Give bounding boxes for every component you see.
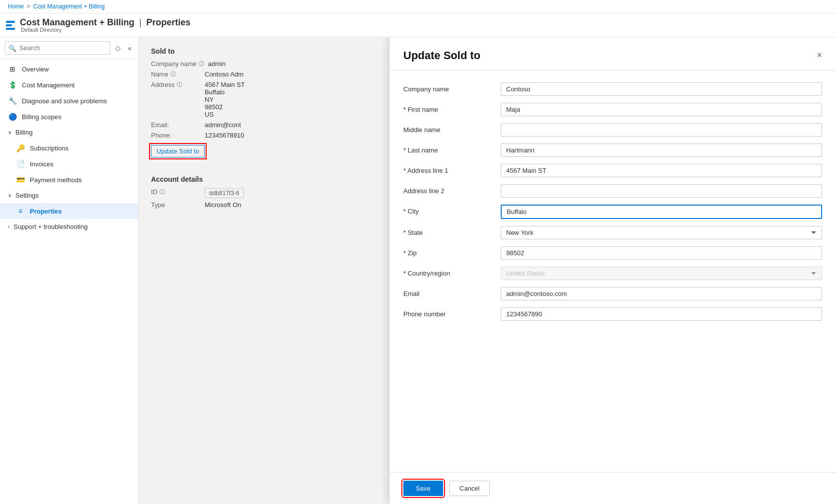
form-label-state: * State: [403, 226, 493, 236]
panel-body: Company name * First name Middle name * …: [389, 71, 836, 472]
billing-chevron-icon: ∨: [8, 130, 11, 135]
email-input[interactable]: [501, 287, 822, 300]
app-header-title: Cost Management + Billing | Properties: [20, 17, 191, 28]
sidebar-item-payment-methods[interactable]: 💳 Payment methods: [0, 172, 139, 188]
form-label-first-name: * First name: [403, 103, 493, 113]
form-row-state: * State New York California Texas Florid…: [403, 226, 822, 239]
company-name-info-icon[interactable]: ⓘ: [199, 60, 204, 68]
name-value: Contoso Adm: [205, 71, 243, 78]
sidebar-item-billing-scopes[interactable]: 🔵 Billing scopes: [0, 109, 139, 125]
search-icon: 🔍: [8, 44, 16, 52]
form-label-last-name: * Last name: [403, 144, 493, 154]
middle-name-input[interactable]: [501, 123, 822, 137]
app-header: Cost Management + Billing | Properties D…: [0, 13, 836, 37]
sidebar-item-properties-label: Properties: [30, 208, 62, 215]
sidebar-section-support-label: Support + troubleshooting: [13, 223, 87, 230]
sidebar-nav: ⊞ Overview 💲 Cost Management 🔧 Diagnose …: [0, 59, 139, 236]
sidebar-section-support[interactable]: › Support + troubleshooting: [0, 219, 139, 234]
app-logo-icon: [6, 21, 15, 30]
sidebar-search-container: 🔍 ◇ «: [0, 37, 139, 59]
phone-label: Phone:: [151, 132, 201, 139]
form-row-first-name: * First name: [403, 103, 822, 116]
form-label-address2: Address line 2: [403, 184, 493, 195]
sidebar-item-overview[interactable]: ⊞ Overview: [0, 61, 139, 77]
sidebar-item-diagnose-label: Diagnose and solve problems: [22, 97, 107, 105]
form-row-country: * Country/region United States Canada Un…: [403, 267, 822, 280]
form-row-address1: * Address line 1: [403, 164, 822, 177]
form-label-company-name: Company name: [403, 82, 493, 93]
phone-value: 12345678910: [205, 132, 244, 139]
properties-icon: ≡: [16, 207, 25, 215]
form-row-middle-name: Middle name: [403, 123, 822, 137]
breadcrumb: Home > Cost Management + Billing: [0, 0, 836, 13]
search-input[interactable]: [5, 41, 110, 55]
cancel-button[interactable]: Cancel: [449, 481, 490, 496]
settings-chevron-icon: ∨: [8, 193, 11, 198]
account-type-value: Microsoft On: [205, 201, 241, 209]
first-name-input[interactable]: [501, 103, 822, 116]
sidebar-item-cost-management-label: Cost Management: [22, 81, 75, 89]
sidebar-section-settings[interactable]: ∨ Settings: [0, 188, 139, 203]
address-info-icon[interactable]: ⓘ: [177, 81, 182, 88]
form-row-city: * City: [403, 205, 822, 219]
sidebar-item-subscriptions-label: Subscriptions: [30, 144, 69, 152]
sidebar-item-cost-management[interactable]: 💲 Cost Management: [0, 77, 139, 93]
phone-input[interactable]: [501, 307, 822, 321]
sidebar-item-diagnose[interactable]: 🔧 Diagnose and solve problems: [0, 93, 139, 109]
billing-scopes-icon: 🔵: [8, 113, 17, 121]
form-label-zip: * Zip: [403, 246, 493, 257]
name-info-icon[interactable]: ⓘ: [170, 71, 176, 78]
breadcrumb-current[interactable]: Cost Management + Billing: [33, 3, 105, 10]
company-name-input[interactable]: [501, 82, 822, 96]
sidebar-collapse-icon[interactable]: «: [126, 43, 134, 53]
account-type-label: Type: [151, 201, 201, 209]
company-name-value: admin: [208, 60, 226, 68]
invoices-icon: 📄: [16, 160, 25, 168]
sidebar-expand-icon[interactable]: ◇: [113, 43, 123, 53]
content-area: Sold to Company name ⓘ admin Name ⓘ Cont…: [139, 37, 836, 504]
sidebar-section-billing-label: Billing: [15, 129, 33, 136]
account-id-label: ID ⓘ: [151, 188, 201, 198]
form-label-address1: * Address line 1: [403, 164, 493, 174]
email-value: admin@cont: [205, 121, 241, 129]
save-button[interactable]: Save: [403, 481, 443, 496]
form-label-city: * City: [403, 205, 493, 215]
diagnose-icon: 🔧: [8, 97, 17, 105]
form-row-email: Email: [403, 287, 822, 300]
sidebar-section-billing[interactable]: ∨ Billing: [0, 125, 139, 140]
form-row-zip: * Zip: [403, 246, 822, 260]
sidebar-item-payment-methods-label: Payment methods: [30, 176, 82, 184]
app-header-subtitle: Default Directory: [21, 27, 191, 33]
sidebar-item-invoices-label: Invoices: [30, 160, 54, 168]
state-select[interactable]: New York California Texas Florida: [501, 226, 822, 239]
update-sold-to-panel: Update Sold to × Company name * First na…: [389, 37, 836, 504]
form-label-country: * Country/region: [403, 267, 493, 277]
city-input[interactable]: [501, 205, 822, 219]
cost-management-icon: 💲: [8, 81, 17, 89]
form-label-phone: Phone number: [403, 307, 493, 318]
sidebar-item-billing-scopes-label: Billing scopes: [22, 113, 62, 121]
name-label: Name ⓘ: [151, 71, 201, 78]
update-sold-to-button[interactable]: Update Sold to: [151, 145, 205, 157]
sidebar-item-properties[interactable]: ≡ Properties: [0, 203, 139, 219]
address2-input[interactable]: [501, 184, 822, 198]
zip-input[interactable]: [501, 246, 822, 260]
email-label: Email:: [151, 121, 201, 129]
sidebar-item-invoices[interactable]: 📄 Invoices: [0, 156, 139, 172]
panel-title: Update Sold to: [403, 49, 480, 62]
country-select[interactable]: United States Canada United Kingdom: [501, 267, 822, 280]
account-id-value: ddb817f3-6: [205, 188, 244, 198]
address-label: Address ⓘ: [151, 81, 201, 118]
last-name-input[interactable]: [501, 144, 822, 157]
sidebar-item-overview-label: Overview: [22, 66, 49, 73]
address1-input[interactable]: [501, 164, 822, 177]
breadcrumb-home[interactable]: Home: [8, 3, 24, 10]
subscriptions-icon: 🔑: [16, 144, 25, 152]
form-row-address2: Address line 2: [403, 184, 822, 198]
sidebar-section-settings-label: Settings: [15, 192, 39, 199]
company-name-label: Company name ⓘ: [151, 60, 204, 68]
account-id-info-icon[interactable]: ⓘ: [159, 188, 165, 196]
sidebar: 🔍 ◇ « ⊞ Overview 💲 Cost Management 🔧 Dia…: [0, 37, 139, 504]
sidebar-item-subscriptions[interactable]: 🔑 Subscriptions: [0, 140, 139, 156]
panel-close-button[interactable]: ×: [817, 50, 822, 61]
